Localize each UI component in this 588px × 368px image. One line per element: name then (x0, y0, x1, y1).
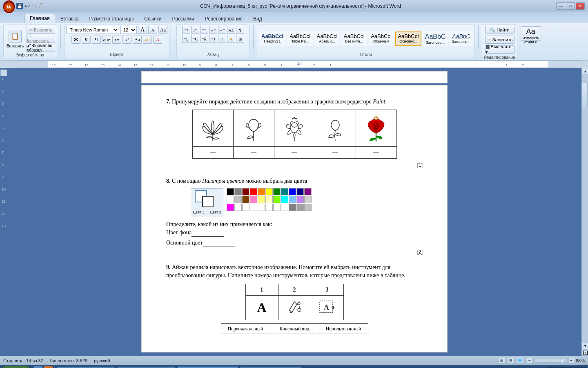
font-name-select[interactable]: Times New Roman (66, 26, 119, 34)
format-painter-button[interactable]: 🖌 Формат по образцу (27, 44, 55, 52)
palette-color-black[interactable] (227, 188, 234, 195)
q8-bg-blank[interactable] (192, 228, 224, 237)
borders-btn[interactable]: ⊞ (236, 35, 244, 43)
palette-color-white7[interactable] (273, 204, 281, 211)
q8-main-blank[interactable] (203, 238, 235, 247)
view-layout-btn[interactable]: ⊡ (507, 358, 514, 364)
palette-color-lightyellow[interactable] (265, 196, 273, 203)
palette-color-green[interactable] (273, 188, 281, 195)
minimize-button[interactable]: — (556, 2, 565, 10)
style-title1[interactable]: AaBbC Заголово... (423, 31, 448, 46)
zoom-out-btn[interactable]: − (527, 358, 532, 364)
maximize-button[interactable]: □ (566, 2, 575, 10)
scroll-thumb[interactable] (582, 83, 588, 107)
subscript-btn[interactable]: x₂ (112, 36, 121, 44)
font-size-select[interactable]: 12 (120, 26, 137, 34)
palette-color-white6[interactable] (265, 204, 273, 211)
ie-btn[interactable]: 🌐 (33, 366, 42, 368)
palette-color-white8[interactable] (281, 204, 288, 211)
replace-button[interactable]: ↔ Заменить (485, 36, 514, 44)
strikethrough-btn[interactable]: abe (102, 36, 111, 44)
style-title2[interactable]: AaBbC Заголово... (449, 31, 473, 46)
palette-color-lightgray2[interactable] (304, 196, 312, 203)
palette-color-blue[interactable] (289, 188, 296, 195)
palette-color-lightpurple[interactable] (296, 196, 304, 203)
style-abzac[interactable]: AaBbCcI Абзац с... (314, 31, 340, 46)
zoom-in-btn[interactable]: + (568, 358, 574, 364)
superscript-btn[interactable]: x² (122, 36, 131, 44)
align-left-btn[interactable]: ≡L (182, 35, 190, 43)
grow-font-btn[interactable]: A (138, 26, 147, 34)
palette-color-white3[interactable] (242, 204, 249, 211)
cut-button[interactable]: ✂ Вырезать (27, 26, 55, 34)
palette-color-lightgray[interactable] (234, 196, 242, 203)
style-no-interval[interactable]: AaBbCcI Без инте... (341, 31, 367, 46)
start-button[interactable]: ⊞ ПУСК (2, 366, 30, 368)
taskbar-item-3[interactable]: 📄 СОЧ_Информатика_... (177, 366, 238, 368)
clear-format-btn[interactable]: Aa (158, 26, 167, 34)
palette-color-teal[interactable] (281, 188, 288, 195)
highlight-btn[interactable]: ab (143, 36, 152, 44)
palette-color-white4[interactable] (250, 204, 257, 211)
palette-color-lightblue[interactable] (289, 196, 296, 203)
shading-btn[interactable]: A (227, 35, 235, 43)
bullets-btn[interactable]: ≡• (182, 26, 190, 34)
palette-color-navy[interactable] (296, 188, 304, 195)
sort-btn[interactable]: AZ (227, 26, 235, 34)
print-btn[interactable]: 🖶 (38, 2, 45, 10)
align-right-btn[interactable]: ≡R (200, 35, 208, 43)
style-normal[interactable]: AaBbCcI Обычный (368, 31, 394, 46)
close-button[interactable]: ✕ (576, 2, 585, 10)
help-btn[interactable]: ? (585, 362, 586, 366)
style-tablepa[interactable]: AaBbCcI Table Pa... (287, 31, 313, 46)
redo-btn[interactable]: ↪ (31, 2, 37, 10)
palette-color-darkred[interactable] (242, 188, 249, 195)
zoom-slider[interactable] (534, 359, 567, 363)
undo-btn[interactable]: ↩ (24, 2, 30, 10)
taskbar-item-1[interactable]: 📄 С русским языком о... (56, 366, 116, 368)
style-heading1[interactable]: AaBbCcI Heading 1 (259, 31, 286, 46)
line-spacing-btn[interactable]: ↕ (218, 35, 226, 43)
shrink-font-btn[interactable]: A (148, 26, 157, 34)
tab-review[interactable]: Рецензирование (199, 14, 248, 23)
case-btn[interactable]: Aa (133, 36, 142, 44)
italic-button[interactable]: К (82, 36, 91, 44)
numbering-btn[interactable]: 1≡ (191, 26, 199, 34)
taskbar-item-4[interactable]: 📄 Документ 1 - Microso... (240, 366, 301, 368)
font-color-btn[interactable]: A (153, 36, 162, 44)
style-main[interactable]: AaBbCcI Основно... (395, 31, 421, 46)
palette-color-white2[interactable] (234, 204, 242, 211)
palette-color-pink[interactable] (250, 196, 257, 203)
decrease-indent-btn[interactable]: ←≡ (209, 26, 217, 34)
palette-color-red[interactable] (250, 188, 257, 195)
multilevel-btn[interactable]: ≡≡ (200, 26, 208, 34)
scroll-page-view-btn[interactable]: ⊡ (582, 349, 588, 356)
bold-button[interactable]: Ж (71, 36, 80, 44)
justify-btn[interactable]: ≡J (209, 35, 217, 43)
scroll-up-btn[interactable]: ▲ (582, 68, 588, 74)
palette-color-magenta[interactable] (227, 204, 234, 211)
palette-color-yellow[interactable] (265, 188, 273, 195)
palette-color-silvergray[interactable] (304, 204, 312, 211)
view-web-btn[interactable]: 🌐 (516, 358, 523, 364)
color2-box[interactable] (202, 196, 214, 207)
palette-color-purple[interactable] (304, 188, 312, 195)
office-btn-2[interactable]: W (3, 2, 15, 13)
tab-layout[interactable]: Разметка страницы (84, 14, 139, 23)
palette-color-gray[interactable] (289, 204, 296, 211)
palette-color-white5[interactable] (258, 204, 265, 211)
underline-button[interactable]: Ч (92, 36, 101, 44)
change-styles-button[interactable]: Аа Изменить стили ▾ (521, 26, 541, 41)
scroll-track[interactable] (582, 74, 588, 343)
tab-home[interactable]: Главная (24, 14, 55, 23)
tab-mailings[interactable]: Рассылки (167, 14, 200, 23)
palette-color-white[interactable] (227, 196, 234, 203)
palette-color-brown[interactable] (242, 196, 249, 203)
palette-color-lightgreen[interactable] (273, 196, 281, 203)
palette-color-gold[interactable] (258, 196, 265, 203)
increase-indent-btn[interactable]: →≡ (218, 26, 226, 34)
tab-view[interactable]: Вид (248, 14, 267, 23)
tab-insert[interactable]: Вставка (55, 14, 84, 23)
palette-color-darkgray[interactable] (234, 188, 242, 195)
align-center-btn[interactable]: ≡C (191, 35, 199, 43)
